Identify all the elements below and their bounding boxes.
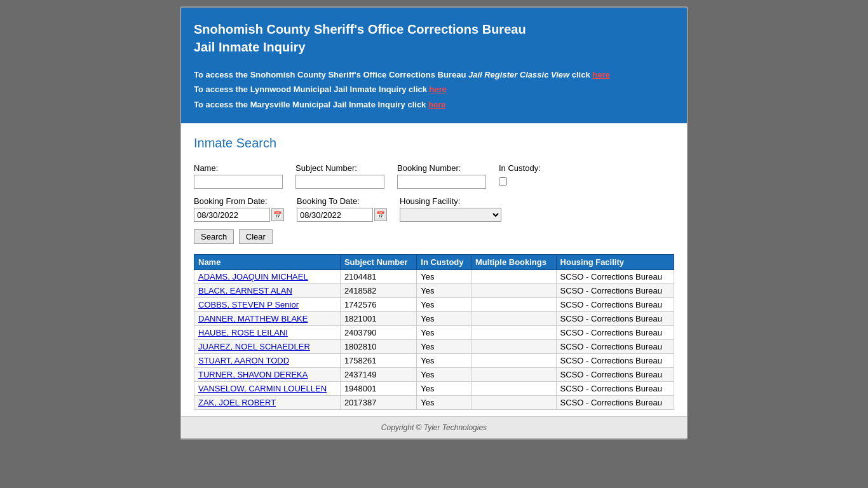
cell-multiple [471,312,557,326]
cell-housing: SCSO - Corrections Bureau [556,284,674,298]
cell-subject: 2418582 [340,284,416,298]
title-line2: Jail Inmate Inquiry [194,40,306,54]
cell-custody: Yes [417,270,471,284]
table-row: BLACK, EARNEST ALAN2418582YesSCSO - Corr… [194,284,674,298]
link1-href[interactable]: here [592,70,609,79]
subject-label: Subject Number: [295,163,384,173]
inmate-name-link[interactable]: ZAK, JOEL ROBERT [198,398,276,407]
cell-multiple [471,298,557,312]
table-row: STUART, AARON TODD1758261YesSCSO - Corre… [194,354,674,368]
table-row: JUAREZ, NOEL SCHAEDLER1802810YesSCSO - C… [194,340,674,354]
col-housing: Housing Facility [556,255,674,270]
cell-multiple [471,270,557,284]
cell-multiple [471,382,557,396]
booking-from-group: Booking From Date: 📅 [194,196,284,222]
booking-group: Booking Number: [397,163,486,189]
cell-subject: 1821001 [340,312,416,326]
cell-name: BLACK, EARNEST ALAN [194,284,341,298]
name-input[interactable] [194,175,283,189]
table-header: Name Subject Number In Custody Multiple … [194,255,674,270]
subject-input[interactable] [295,175,384,189]
inmate-name-link[interactable]: VANSELOW, CARMIN LOUELLEN [198,384,327,393]
link2-paragraph: To access the Lynnwood Municipal Jail In… [194,82,674,97]
cell-housing: SCSO - Corrections Bureau [556,354,674,368]
cell-multiple [471,340,557,354]
cell-name: ZAK, JOEL ROBERT [194,396,341,410]
table-row: ADAMS, JOAQUIN MICHAEL2104481YesSCSO - C… [194,270,674,284]
cell-housing: SCSO - Corrections Bureau [556,312,674,326]
col-multiple: Multiple Bookings [471,255,557,270]
link1-italic: Jail Register Classic View [468,70,569,79]
cell-subject: 2437149 [340,368,416,382]
cell-multiple [471,326,557,340]
title-line1: Snohomish County Sheriff's Office Correc… [194,22,526,36]
custody-checkbox[interactable] [499,177,507,186]
housing-label: Housing Facility: [400,196,501,206]
booking-from-calendar-icon[interactable]: 📅 [271,208,284,221]
link1-text: To access the Snohomish County Sheriff's… [194,70,468,79]
header-links: To access the Snohomish County Sheriff's… [194,67,674,112]
col-subject: Subject Number [340,255,416,270]
cell-subject: 2403790 [340,326,416,340]
header-title: Snohomish County Sheriff's Office Correc… [194,20,674,56]
cell-custody: Yes [417,354,471,368]
form-row-2: Booking From Date: 📅 Booking To Date: 📅 … [194,196,674,222]
booking-to-calendar-icon[interactable]: 📅 [374,208,387,221]
cell-housing: SCSO - Corrections Bureau [556,340,674,354]
cell-custody: Yes [417,326,471,340]
link2-href[interactable]: here [430,85,447,94]
custody-group: In Custody: [499,163,541,186]
link3-text: To access the Marysville Municipal Jail … [194,100,428,109]
cell-name: ADAMS, JOAQUIN MICHAEL [194,270,341,284]
name-group: Name: [194,163,283,189]
booking-from-label: Booking From Date: [194,196,284,206]
inmate-name-link[interactable]: ADAMS, JOAQUIN MICHAEL [198,272,308,281]
cell-multiple [471,368,557,382]
link1-after: click [569,70,592,79]
link1-paragraph: To access the Snohomish County Sheriff's… [194,67,674,82]
inmate-name-link[interactable]: STUART, AARON TODD [198,356,289,365]
cell-name: HAUBE, ROSE LEILANI [194,326,341,340]
cell-multiple [471,354,557,368]
cell-name: VANSELOW, CARMIN LOUELLEN [194,382,341,396]
housing-select[interactable]: SCSO - Corrections Bureau [400,208,501,222]
booking-label: Booking Number: [397,163,486,173]
inmate-name-link[interactable]: BLACK, EARNEST ALAN [198,286,292,295]
inmate-name-link[interactable]: COBBS, STEVEN P Senior [198,300,299,309]
cell-multiple [471,396,557,410]
cell-name: DANNER, MATTHEW BLAKE [194,312,341,326]
cell-housing: SCSO - Corrections Bureau [556,270,674,284]
cell-custody: Yes [417,284,471,298]
cell-name: COBBS, STEVEN P Senior [194,298,341,312]
cell-housing: SCSO - Corrections Bureau [556,396,674,410]
table-row: ZAK, JOEL ROBERT2017387YesSCSO - Correct… [194,396,674,410]
clear-button[interactable]: Clear [239,229,273,244]
cell-multiple [471,284,557,298]
booking-to-input[interactable] [297,208,373,222]
inmate-name-link[interactable]: DANNER, MATTHEW BLAKE [198,314,308,323]
inmate-name-link[interactable]: TURNER, SHAVON DEREKA [198,370,308,379]
link2-text: To access the Lynnwood Municipal Jail In… [194,85,430,94]
search-button[interactable]: Search [194,229,234,244]
booking-from-input[interactable] [194,208,270,222]
cell-housing: SCSO - Corrections Bureau [556,326,674,340]
cell-housing: SCSO - Corrections Bureau [556,382,674,396]
custody-checkbox-wrapper [499,177,541,186]
booking-input[interactable] [397,175,486,189]
col-custody: In Custody [417,255,471,270]
inmate-name-link[interactable]: JUAREZ, NOEL SCHAEDLER [198,342,310,351]
cell-housing: SCSO - Corrections Bureau [556,298,674,312]
inmate-name-link[interactable]: HAUBE, ROSE LEILANI [198,328,288,337]
cell-custody: Yes [417,340,471,354]
cell-custody: Yes [417,312,471,326]
table-row: HAUBE, ROSE LEILANI2403790YesSCSO - Corr… [194,326,674,340]
link3-href[interactable]: here [428,100,445,109]
name-label: Name: [194,163,283,173]
cell-housing: SCSO - Corrections Bureau [556,368,674,382]
table-row: VANSELOW, CARMIN LOUELLEN1948001YesSCSO … [194,382,674,396]
table-row: TURNER, SHAVON DEREKA2437149YesSCSO - Co… [194,368,674,382]
col-name: Name [194,255,341,270]
button-row: Search Clear [194,229,674,244]
housing-group: Housing Facility: SCSO - Corrections Bur… [400,196,501,222]
cell-subject: 1742576 [340,298,416,312]
